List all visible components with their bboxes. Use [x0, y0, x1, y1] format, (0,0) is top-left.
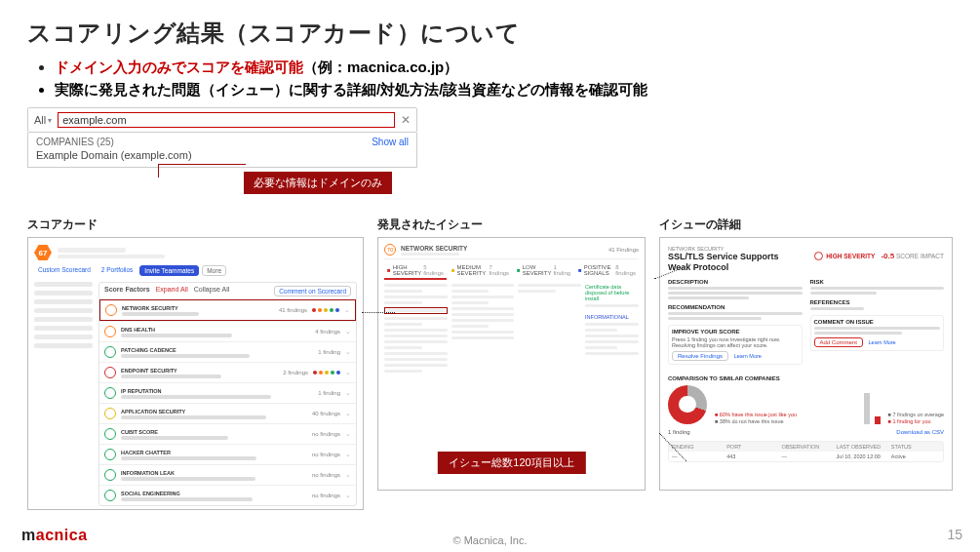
severity-tab[interactable]: ■HIGH SEVERITY 5 findings: [384, 262, 447, 280]
search-bar: All ▾ example.com ✕: [27, 107, 417, 133]
issues-panel: 70 NETWORK SECURITY 41 Findings ■HIGH SE…: [377, 237, 646, 491]
score-impact: -0.5 SCORE IMPACT: [881, 252, 944, 260]
factor-ring-icon: [104, 387, 116, 399]
factor-ring-icon: [104, 367, 116, 378]
score-factor-row[interactable]: SOCIAL ENGINEERINGno findings⌄: [99, 485, 356, 505]
bullet-list: ドメイン入力のみでスコアを確認可能（例：macnica.co.jp） 実際に発見…: [27, 59, 953, 99]
scorecard-sidebar: [34, 282, 93, 506]
severity-badge: HIGH SEVERITY: [814, 252, 875, 260]
issue-head-title: NETWORK SECURITY: [401, 245, 467, 252]
factor-ring-icon: [104, 408, 116, 419]
blur-meta: [58, 255, 165, 258]
learn-more-link-2[interactable]: Learn More: [869, 339, 896, 345]
chevron-down-icon: ⌄: [344, 306, 350, 314]
search-input[interactable]: example.com: [58, 112, 395, 128]
detail-title: SSL/TLS Service Supports Weak Protocol: [668, 252, 795, 273]
column-issues: 発見されたイシュー 70 NETWORK SECURITY 41 Finding…: [377, 217, 646, 513]
chevron-down-icon: ⌄: [345, 389, 351, 397]
findings-count: 41 Findings: [608, 247, 639, 253]
chevron-down-icon: ⌄: [345, 369, 351, 376]
sec-references: REFERENCES: [810, 299, 945, 305]
bullet-1-black: （例：macnica.co.jp）: [303, 59, 458, 75]
collapse-all[interactable]: Collapse All: [194, 286, 230, 293]
score-factor-row[interactable]: INFORMATION LEAKno findings⌄: [99, 464, 356, 485]
sec-risk: RISK: [810, 279, 945, 285]
table-summary: 1 finding: [668, 429, 690, 435]
pie-chart: [668, 385, 707, 424]
improve-text: Press 1 finding you now investigate righ…: [672, 336, 799, 348]
issue-head-ring: 70: [384, 244, 396, 256]
list-title: Score Factors: [104, 286, 150, 293]
findings-table: FINDINGPORTOBSERVATIONLAST OBSERVEDSTATU…: [668, 441, 944, 462]
scorecard-panel: 67 Custom Scorecard 2 Portfolios Invite …: [27, 237, 364, 510]
severity-icon: [814, 252, 823, 260]
chevron-down-icon: ⌄: [345, 328, 351, 335]
search-scope-label: All: [34, 114, 46, 126]
factor-ring-icon: [104, 326, 116, 337]
severity-tab[interactable]: ■MEDIUM SEVERITY 7 findings: [449, 262, 512, 280]
factor-ring-icon: [104, 490, 116, 501]
bullet-1-red: ドメイン入力のみでスコアを確認可能: [55, 59, 303, 75]
sec-comment: COMMENT ON ISSUE: [814, 319, 941, 325]
resolve-button[interactable]: Resolve Findings: [672, 351, 728, 361]
callout-connector: [158, 164, 246, 177]
pie-legend-0: 60% have this issue just like you: [720, 412, 797, 417]
pie-legend: ■ 60% have this issue just like you ■ 38…: [715, 412, 797, 424]
callout-domain-only: 必要な情報はドメインのみ: [244, 172, 392, 194]
search-scope[interactable]: All ▾: [34, 114, 52, 126]
score-factor-list: Score Factors Expand All Collapse All Co…: [98, 282, 357, 506]
factor-ring-icon: [104, 346, 116, 358]
compare-row: ■ 60% have this issue just like you ■ 38…: [668, 385, 944, 424]
col2-title: 発見されたイシュー: [377, 217, 646, 233]
bullet-1: ドメイン入力のみでスコアを確認可能（例：macnica.co.jp）: [55, 59, 953, 77]
invite-button[interactable]: Invite Teammates: [139, 265, 199, 276]
search-result-row[interactable]: Example Domain (example.com): [36, 149, 409, 161]
impact-label: SCORE IMPACT: [896, 253, 944, 259]
severity-tab[interactable]: ■LOW SEVERITY 1 finding: [514, 262, 573, 280]
header-actions: Custom Scorecard 2 Portfolios Invite Tea…: [34, 265, 357, 276]
link-custom-scorecard[interactable]: Custom Scorecard: [34, 265, 95, 276]
score-factor-row[interactable]: APPLICATION SECURITY40 findings⌄: [99, 403, 356, 423]
factor-ring-icon: [104, 428, 116, 440]
score-factor-row[interactable]: HACKER CHATTERno findings⌄: [99, 444, 356, 464]
issue-detail-panel: NETWORK SECURITY SSL/TLS Service Support…: [659, 237, 953, 491]
impact-value: -0.5: [881, 252, 894, 260]
score-factor-row[interactable]: PATCHING CADENCE1 finding⌄: [99, 341, 356, 362]
bar-legend-0: 7 findings on average: [892, 412, 944, 417]
blur-company: [58, 248, 126, 253]
chevron-down-icon: ⌄: [345, 471, 351, 479]
add-comment-button[interactable]: Add Comment: [814, 337, 863, 347]
more-button[interactable]: More: [202, 265, 226, 276]
bar-legend-1: 1 finding for you: [892, 418, 930, 424]
comment-scorecard-button[interactable]: Comment on Scorecard: [274, 286, 351, 296]
chevron-down-icon: ⌄: [345, 430, 351, 438]
score-factor-row[interactable]: IP REPUTATION1 finding⌄: [99, 382, 356, 403]
factor-ring-icon: [105, 304, 117, 316]
severity-tab[interactable]: ■POSITIVE SIGNALS 8 findings: [575, 262, 639, 280]
score-factor-row[interactable]: ENDPOINT SECURITY2 findings⌄: [99, 362, 356, 382]
expand-all[interactable]: Expand All: [156, 286, 188, 293]
score-factor-row[interactable]: NETWORK SECURITY41 findings⌄: [99, 299, 356, 321]
search-section-label: COMPANIES (25): [36, 137, 114, 147]
bullet-2: 実際に発見された問題（イシュー）に関する詳細/対処方法/該当資産などの情報を確認…: [55, 81, 953, 99]
callout-issue-count: イシュー総数120項目以上: [437, 452, 585, 474]
factor-ring-icon: [104, 449, 116, 460]
factor-ring-icon: [104, 469, 116, 481]
chevron-down-icon: ⌄: [345, 451, 351, 458]
issues-body: Certificate data disposed of before inst…: [384, 284, 639, 373]
close-icon[interactable]: ✕: [401, 113, 411, 127]
sec-improve: IMPROVE YOUR SCORE: [672, 329, 799, 335]
show-all-link[interactable]: Show all: [372, 137, 409, 147]
chevron-down-icon: ⌄: [345, 492, 351, 499]
page-number: 15: [947, 527, 962, 542]
sec-recommendation: RECOMMENDATION: [668, 304, 803, 310]
link-portfolios[interactable]: 2 Portfolios: [98, 265, 137, 276]
download-csv-link[interactable]: Download as CSV: [896, 429, 944, 435]
blur-sub: [401, 253, 459, 256]
bar-chart: [864, 385, 881, 424]
chevron-down-icon: ⌄: [345, 348, 351, 356]
score-factor-row[interactable]: DNS HEALTH4 findings⌄: [99, 321, 356, 341]
learn-more-link[interactable]: Learn More: [734, 353, 762, 359]
score-factor-row[interactable]: CUBIT SCOREno findings⌄: [99, 423, 356, 444]
positive-note: Certificate data disposed of before inst…: [585, 284, 639, 301]
